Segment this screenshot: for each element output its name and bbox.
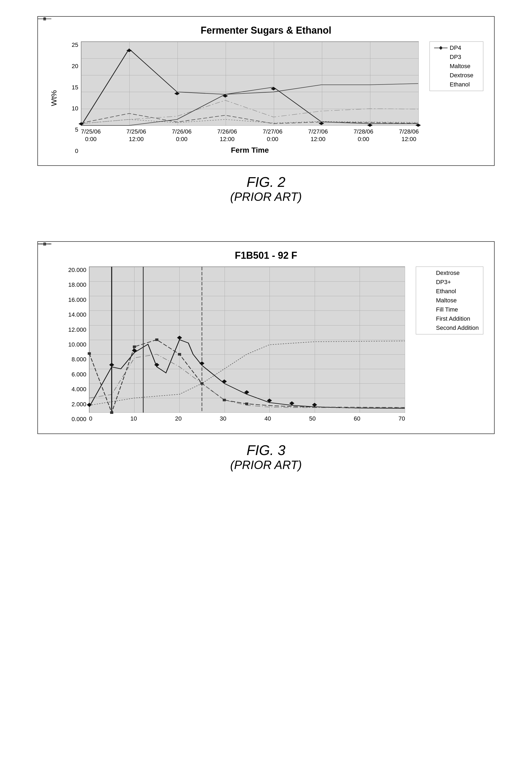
fig2-caption: FIG. 2 (PRIOR ART) [230, 174, 302, 204]
fig2-legend-ethanol: ✱ Ethanol [434, 81, 479, 88]
fig3-legend-second-addition: Second Addition [420, 324, 479, 331]
fig3-caption: FIG. 3 (PRIOR ART) [230, 442, 302, 472]
svg-text:✱: ✱ [43, 16, 46, 21]
fig2-chart-area: Wt% 25 20 15 10 5 0 [49, 41, 483, 154]
fig3-chart-box: F1B501 - 92 F 20.000 18.000 16.000 14.00… [37, 241, 495, 434]
fig2-section: Fermenter Sugars & Ethanol Wt% 25 20 15 … [22, 16, 510, 204]
fig2-chart-box: Fermenter Sugars & Ethanol Wt% 25 20 15 … [37, 16, 495, 166]
fig2-legend: DP4 DP3 Maltose [430, 41, 483, 91]
fig3-legend: Dextrose DP3+ Ethanol [416, 267, 483, 334]
fig2-number: FIG. 2 [230, 174, 302, 190]
fig3-number: FIG. 3 [230, 442, 302, 458]
fig3-chart-area: 20.000 18.000 16.000 14.000 12.000 10.00… [49, 267, 483, 423]
fig3-section: F1B501 - 92 F 20.000 18.000 16.000 14.00… [22, 241, 510, 472]
fig3-note: (PRIOR ART) [230, 458, 302, 472]
page-content: Fermenter Sugars & Ethanol Wt% 25 20 15 … [22, 16, 510, 488]
fig2-note: (PRIOR ART) [230, 190, 302, 204]
